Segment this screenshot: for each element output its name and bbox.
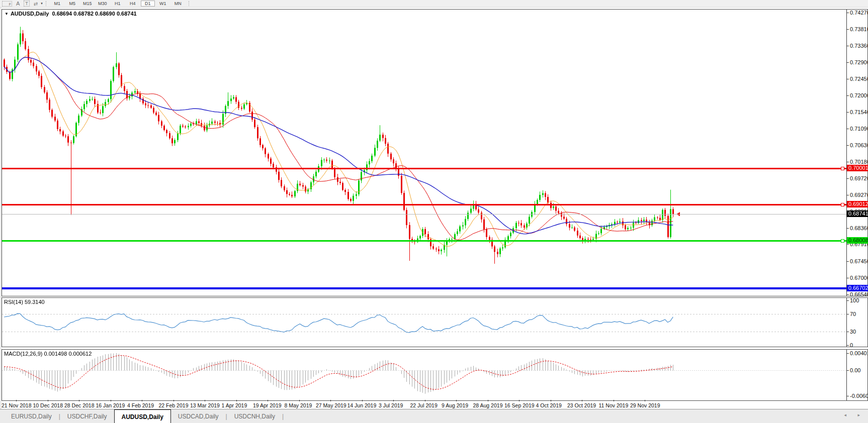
date-axis-label: 4 Oct 2019 — [536, 402, 562, 408]
price-axis-label: 0.67450 — [850, 258, 868, 264]
current-price-line[interactable] — [2, 214, 846, 215]
rsi-label: RSI(14) 59.3140 — [4, 299, 45, 305]
rsi-indicator-panel: RSI(14) 59.3140 10070300 — [2, 297, 868, 347]
date-tick — [551, 400, 551, 401]
date-tick — [456, 400, 457, 401]
chart-ohlc-values: 0.68694 0.68782 0.68690 0.68741 — [52, 11, 136, 17]
macd-chart-canvas[interactable] — [2, 350, 846, 399]
price-chart-panel: ▼AUDUSD,Daily 0.68694 0.68782 0.68690 0.… — [2, 9, 868, 296]
price-axis-label: 0.71540 — [850, 109, 868, 115]
price-axis-label: 0.69720 — [850, 175, 868, 181]
resistance-line-1-handle[interactable] — [841, 167, 844, 170]
date-axis-label: 22 Jul 2019 — [410, 402, 438, 408]
price-axis-label: 0.73810 — [850, 26, 868, 32]
timeframe-h1[interactable]: H1 — [111, 1, 125, 7]
tab-usdcnh-daily[interactable]: USDCNH,Daily — [227, 409, 282, 423]
drawing-tools-icon[interactable]: ⇄ — [34, 1, 38, 7]
date-axis-label: 13 Mar 2019 — [190, 402, 220, 408]
support-line-green-price-tag: 0.68008 — [847, 237, 868, 244]
date-tick — [268, 400, 268, 401]
timeframe-mn[interactable]: MN — [171, 1, 185, 7]
support-line-blue[interactable] — [2, 287, 846, 289]
date-tick — [16, 400, 17, 401]
chart-title: ▼AUDUSD,Daily 0.68694 0.68782 0.68690 0.… — [5, 11, 137, 17]
timeframe-h4[interactable]: H4 — [126, 1, 140, 7]
date-axis-label: 22 Feb 2019 — [159, 402, 189, 408]
rsi-level-label: 30 — [850, 329, 856, 335]
tab-audusd-daily[interactable]: AUDUSD,Daily — [114, 409, 171, 423]
date-tick — [236, 400, 237, 401]
profile-f-icon[interactable]: F — [2, 1, 12, 7]
date-axis-label: 3 Jul 2019 — [379, 402, 403, 408]
date-axis-label: 4 Feb 2019 — [127, 402, 154, 408]
rsi-level-label: 100 — [850, 297, 859, 303]
date-axis-label: 8 May 2019 — [285, 402, 312, 408]
tab-scroll-arrows[interactable]: ◂ ▸ — [844, 412, 865, 417]
date-tick — [111, 400, 111, 401]
price-axis-label: 0.67000 — [850, 275, 868, 281]
price-axis-label: 0.66540 — [850, 291, 868, 297]
chart-tab-bar: EURUSD,Daily|USDCHF,DailyAUDUSD,DailyUSD… — [0, 409, 868, 423]
support-line-blue-price-tag: 0.66702 — [847, 285, 868, 291]
date-tick — [48, 400, 48, 401]
date-axis-label: 10 Dec 2018 — [33, 402, 63, 408]
price-axis-label: 0.70180 — [850, 159, 868, 165]
price-axis-label: 0.72450 — [850, 76, 868, 82]
date-tick — [173, 400, 174, 401]
top-toolbar: F A T ⇄ ▾ M1M5M15M30H1H4D1W1MN — [0, 0, 868, 8]
date-axis-label: 16 Jan 2019 — [96, 402, 125, 408]
price-axis-label: 0.72000 — [850, 92, 868, 98]
tab-separator: | — [282, 409, 284, 423]
resistance-line-1[interactable] — [2, 168, 846, 169]
support-line-green[interactable] — [2, 240, 846, 242]
tabbar-spacer — [0, 409, 4, 423]
rsi-chart-canvas[interactable] — [2, 298, 846, 346]
price-axis-label: 0.74270 — [850, 10, 868, 16]
arrow-tool-icon[interactable]: A — [16, 1, 20, 7]
chart-menu-caret-icon[interactable]: ▼ — [5, 12, 9, 16]
date-tick — [582, 400, 582, 401]
tab-eurusd-daily[interactable]: EURUSD,Daily — [4, 409, 59, 423]
date-tick — [645, 400, 645, 401]
date-tick — [362, 400, 363, 401]
date-tick — [142, 400, 142, 401]
macd-label: MACD(12,26,9) 0.001498 0.000612 — [4, 351, 92, 357]
tab-usdcad-daily[interactable]: USDCAD,Daily — [171, 409, 226, 423]
resistance-line-2-handle[interactable] — [841, 203, 844, 206]
toolbar-separator — [46, 1, 47, 6]
dropdown-caret-icon[interactable]: ▾ — [41, 2, 43, 6]
rsi-axis — [846, 298, 867, 347]
timeframe-m1[interactable]: M1 — [50, 1, 64, 7]
toolbar-separator — [189, 1, 190, 6]
timeframe-m15[interactable]: M15 — [80, 1, 95, 7]
date-tick — [330, 400, 331, 401]
macd-axis-label: -0.00609 — [850, 393, 868, 399]
timeframe-m30[interactable]: M30 — [96, 1, 110, 7]
date-axis-label: 27 May 2019 — [316, 402, 346, 408]
support-line-green-handle[interactable] — [841, 239, 844, 243]
date-axis-label: 14 Jun 2019 — [348, 402, 377, 408]
macd-axis-label: 0.00 — [850, 367, 860, 373]
timeframe-w1[interactable]: W1 — [156, 1, 170, 7]
candlestick-chart-canvas[interactable] — [2, 10, 846, 296]
date-axis: 21 Nov 201810 Dec 201828 Dec 201816 Jan … — [0, 401, 868, 408]
price-axis-label: 0.73360 — [850, 43, 868, 49]
date-tick — [393, 400, 394, 401]
date-tick — [488, 400, 488, 401]
date-axis-label: 1 Apr 2019 — [222, 402, 247, 408]
date-axis-label: 11 Nov 2019 — [599, 402, 629, 408]
macd-axis-label: 0.004017 — [850, 350, 868, 356]
date-tick — [614, 400, 614, 401]
macd-indicator-panel: MACD(12,26,9) 0.001498 0.000612 0.004017… — [2, 349, 868, 401]
current-price-line-price-tag: 0.68741 — [847, 210, 868, 217]
tab-usdchf-daily[interactable]: USDCHF,Daily — [60, 409, 114, 423]
resistance-line-2[interactable] — [2, 204, 846, 205]
text-tool-icon[interactable]: T — [24, 1, 30, 7]
timeframe-d1[interactable]: D1 — [141, 1, 155, 7]
resistance-line-1-price-tag: 0.70001 — [847, 165, 868, 171]
date-tick — [79, 400, 79, 401]
date-axis-label: 29 Nov 2019 — [630, 402, 660, 408]
timeframe-m5[interactable]: M5 — [65, 1, 79, 7]
price-axis-label: 0.69270 — [850, 192, 868, 198]
price-axis — [846, 10, 867, 296]
